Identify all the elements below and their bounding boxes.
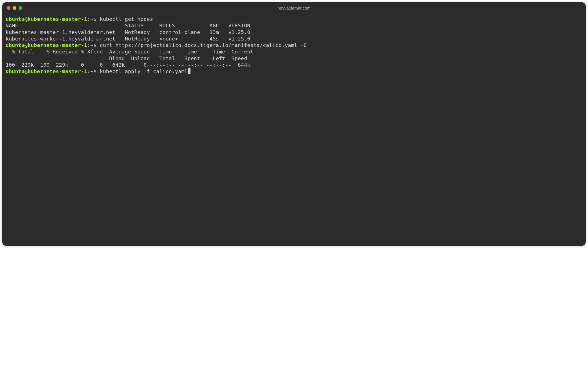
curl-header-2: Dload Upload Total Spent Left Speed xyxy=(6,55,247,61)
command-1: kubectl get nodes xyxy=(100,16,153,22)
nodes-row-2: kubernetes-worker-1.heyvaldemar.net NotR… xyxy=(6,36,250,42)
nodes-header: NAME STATUS ROLES AGE VERSION xyxy=(6,22,250,28)
prompt-path: ~ xyxy=(90,42,93,48)
prompt-colon: : xyxy=(87,16,90,22)
prompt-user-host: ubuntu@kubernetes-master-1 xyxy=(6,68,87,74)
cursor-icon xyxy=(188,68,190,74)
traffic-lights xyxy=(7,6,22,10)
prompt-dollar: $ xyxy=(93,16,96,22)
terminal-body[interactable]: ubuntu@kubernetes-master-1:~$ kubectl ge… xyxy=(2,14,586,246)
minimize-icon[interactable] xyxy=(13,6,16,10)
command-3: kubectl apply -f calico.yaml xyxy=(100,68,188,74)
maximize-icon[interactable] xyxy=(19,6,22,10)
titlebar: heyvaldemar.com xyxy=(2,2,586,14)
close-icon[interactable] xyxy=(7,6,10,10)
prompt-user-host: ubuntu@kubernetes-master-1 xyxy=(6,42,87,48)
prompt-path: ~ xyxy=(90,68,93,74)
curl-row: 100 229k 100 229k 0 0 642k 0 --:--:-- --… xyxy=(6,62,250,68)
command-2: curl https://projectcalico.docs.tigera.i… xyxy=(100,42,307,48)
curl-header-1: % Total % Received % Xferd Average Speed… xyxy=(6,49,253,55)
prompt-dollar: $ xyxy=(93,68,96,74)
prompt-colon: : xyxy=(87,68,90,74)
terminal-window: heyvaldemar.com ubuntu@kubernetes-master… xyxy=(2,2,586,246)
prompt-dollar: $ xyxy=(93,42,96,48)
prompt-path: ~ xyxy=(90,16,93,22)
nodes-row-1: kubernetes-master-1.heyvaldemar.net NotR… xyxy=(6,29,250,35)
prompt-colon: : xyxy=(87,42,90,48)
window-title: heyvaldemar.com xyxy=(2,6,586,10)
prompt-user-host: ubuntu@kubernetes-master-1 xyxy=(6,16,87,22)
